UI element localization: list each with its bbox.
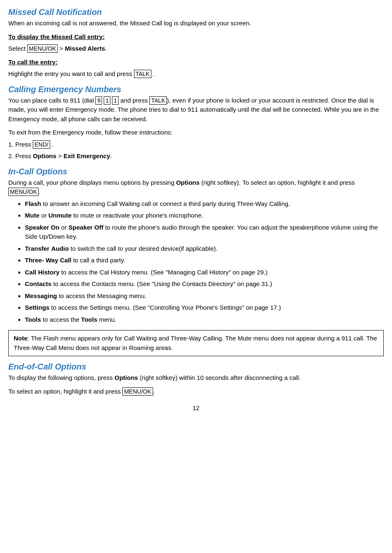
bullet-text-1b: to mute or reactivate your phone's micro…	[72, 212, 203, 219]
bullet-text-6: to access the Contacts menu. (See "Using…	[51, 280, 272, 287]
exit-intro: To exit from the Emergency mode, follow …	[8, 128, 384, 137]
bullet-bold-3b: Audio	[51, 245, 69, 252]
note-text: : The Flash menu appears only for Call W…	[14, 335, 377, 351]
in-call-options-title: In-Call Options	[8, 167, 384, 176]
list-item: Messaging to access the Messaging menu.	[25, 291, 384, 301]
display-entry-text1: Select	[8, 45, 27, 52]
bullet-text-9a: to access the	[41, 316, 81, 323]
bullet-text-8: to access the Settings menu. (See "Contr…	[49, 304, 281, 311]
bullet-bold-1b: Unmute	[49, 212, 72, 219]
end-call-select-intro: To select an option, highlight it and pr…	[8, 387, 384, 396]
call-entry-instruction: Highlight the entry you want to call and…	[8, 69, 384, 79]
emergency-step1: 1. Press END/ .	[8, 140, 384, 149]
select-intro-text: To select an option, highlight it and pr…	[8, 388, 122, 395]
display-entry-text2: >	[58, 45, 65, 52]
in-call-options-section: In-Call Options During a call, your phon…	[8, 167, 384, 325]
in-call-body1: During a call, your phone displays menu …	[8, 179, 176, 186]
missed-call-section: Missed Call Notification When an incomin…	[8, 7, 384, 79]
display-entry-label: To display the Missed Call entry:	[8, 32, 384, 42]
note-bold: Note	[14, 335, 27, 342]
list-item: Contacts to access the Contacts menu. (S…	[25, 279, 384, 289]
bullet-bold-3a: Transfer	[25, 245, 49, 252]
menu-ok-key-2: MENU/OK	[8, 188, 39, 196]
list-item: Flash to answer an incoming Call Waiting…	[25, 199, 384, 209]
end-of-call-section: End-of-Call Options To display the follo…	[8, 362, 384, 396]
step2-bold1: Options	[33, 152, 56, 159]
bullet-bold-8: Settings	[25, 304, 49, 311]
key-9: 9	[95, 96, 102, 105]
missed-call-title: Missed Call Notification	[8, 7, 384, 17]
end-of-call-body: To display the following options, press …	[8, 373, 384, 383]
emergency-body1: You can place calls to 911 (dial	[8, 97, 95, 104]
calling-emergency-title: Calling Emergency Numbers	[8, 85, 384, 94]
bullet-bold-9: Tools	[25, 316, 41, 323]
page-number: 12	[8, 404, 384, 411]
call-entry-subsection: To call the entry: Highlight the entry y…	[8, 58, 384, 79]
call-entry-label: To call the entry:	[8, 58, 384, 67]
bullet-bold-4: Three- Way Call	[25, 257, 71, 264]
bullet-text-4: to call a third party.	[71, 257, 125, 264]
list-item: Settings to access the Settings menu. (S…	[25, 303, 384, 313]
bullet-text-5: to access the Cal History menu. (See "Ma…	[59, 269, 268, 276]
display-entry-subsection: To display the Missed Call entry: Select…	[8, 32, 384, 54]
bullet-bold-5: Call History	[25, 269, 59, 276]
key-1a: 1	[104, 96, 110, 105]
in-call-options-bold: Options	[176, 179, 200, 186]
talk-key-2: TALK	[149, 96, 167, 105]
display-entry-bold-end: Missed Alerts	[65, 45, 105, 52]
step1-end: .	[50, 141, 54, 148]
menu-ok-key-1: MENU/OK	[27, 44, 58, 53]
list-item: Mute or Unmute to mute or reactivate you…	[25, 211, 384, 220]
call-entry-text1: Highlight the entry you want to call and…	[8, 70, 134, 77]
talk-key-1: TALK	[134, 70, 151, 78]
note-box: Note: The Flash menu appears only for Ca…	[8, 330, 384, 356]
calling-emergency-body: You can place calls to 911 (dial 9 1 1 a…	[8, 96, 384, 124]
bullet-bold-9b: Tools	[81, 316, 97, 323]
bullet-bold-2a: Speaker On	[25, 224, 59, 231]
emergency-step2: 2. Press Options > Exit Emergency.	[8, 152, 384, 161]
end-key: END/	[33, 140, 50, 149]
bullet-text-0: to answer an incoming Call Waiting call …	[41, 200, 290, 207]
emergency-body2: and press	[119, 97, 149, 104]
in-call-bullet-list: Flash to answer an incoming Call Waiting…	[25, 199, 384, 325]
list-item: Three- Way Call to call a third party.	[25, 256, 384, 265]
list-item: Tools to access the Tools menu.	[25, 315, 384, 325]
step2-sep: >	[56, 152, 63, 159]
end-call-options-bold: Options	[114, 374, 138, 381]
display-entry-bold: To display the Missed Call entry:	[8, 33, 105, 40]
bullet-text-2a: or	[59, 224, 68, 231]
bullet-text-9b: menu.	[97, 316, 117, 323]
bullet-text-1a: or	[39, 212, 49, 219]
display-entry-period: .	[105, 45, 107, 52]
list-item: Speaker On or Speaker Off to route the p…	[25, 223, 384, 242]
in-call-options-body: During a call, your phone displays menu …	[8, 178, 384, 197]
step2-end: .	[110, 152, 112, 159]
bullet-bold-7: Messaging	[25, 292, 57, 299]
call-entry-period: .	[151, 70, 155, 77]
list-item: Call History to access the Cal History m…	[25, 268, 384, 277]
call-entry-bold: To call the entry:	[8, 59, 58, 66]
bullet-bold-0: Flash	[25, 200, 41, 207]
end-call-body1: To display the following options, press	[8, 374, 114, 381]
in-call-body2: (right softkey). To select an option, hi…	[200, 179, 355, 186]
bullet-bold-6: Contacts	[25, 280, 51, 287]
end-call-body2: (right softkey) within 10 seconds after …	[138, 374, 301, 381]
menu-ok-key-3: MENU/OK	[122, 387, 153, 396]
key-1b: 1	[112, 96, 119, 105]
end-call-period: .	[153, 388, 155, 395]
in-call-period: .	[39, 188, 40, 195]
bullet-text-7: to access the Messaging menu.	[57, 292, 146, 299]
bullet-bold-1a: Mute	[25, 212, 39, 219]
step1-pre: 1. Press	[8, 141, 33, 148]
end-of-call-title: End-of-Call Options	[8, 362, 384, 372]
display-entry-instruction: Select MENU/OK > Missed Alerts.	[8, 44, 384, 54]
step2-pre: 2. Press	[8, 152, 33, 159]
calling-emergency-section: Calling Emergency Numbers You can place …	[8, 85, 384, 161]
bullet-bold-2b: Speaker Off	[68, 224, 103, 231]
bullet-text-3b: to switch the call to your desired devic…	[69, 245, 218, 252]
step2-bold2: Exit Emergency	[63, 152, 110, 159]
missed-call-intro: When an incoming call is not answered, t…	[8, 19, 384, 28]
list-item: Transfer Audio to switch the call to you…	[25, 244, 384, 254]
